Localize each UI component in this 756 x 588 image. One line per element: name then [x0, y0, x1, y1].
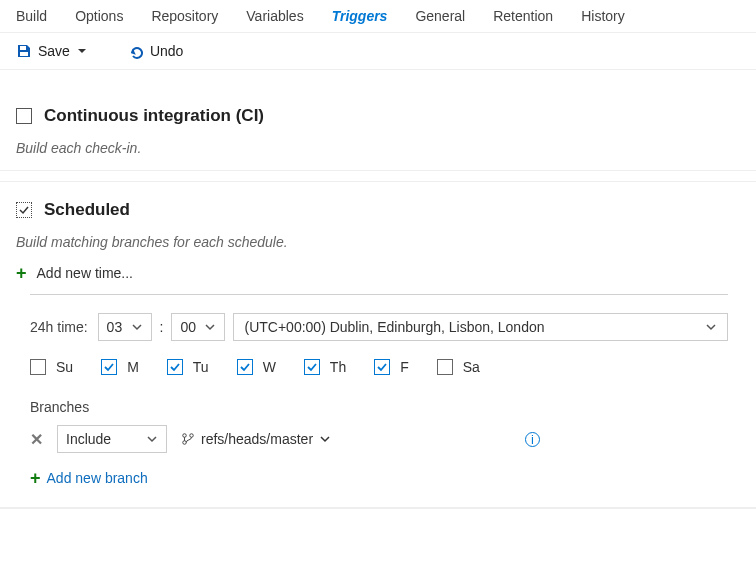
scheduled-checkbox[interactable] — [16, 202, 32, 218]
tab-triggers[interactable]: Triggers — [332, 8, 388, 24]
branch-row: ✕ Include refs/heads/master i — [30, 425, 728, 453]
chevron-down-icon — [204, 321, 216, 333]
branch-ref-select[interactable]: refs/heads/master — [181, 431, 331, 447]
add-time-label: Add new time... — [37, 265, 134, 281]
add-new-time[interactable]: + Add new time... — [16, 264, 740, 288]
scheduled-desc: Build matching branches for each schedul… — [16, 234, 740, 250]
day-label: Sa — [463, 359, 480, 375]
chevron-down-icon — [131, 321, 143, 333]
day-f[interactable]: F — [374, 359, 409, 375]
tab-options[interactable]: Options — [75, 8, 123, 24]
undo-icon — [128, 43, 144, 59]
chevron-down-icon — [319, 433, 331, 445]
day-label: Su — [56, 359, 73, 375]
time-colon: : — [160, 319, 164, 335]
info-icon[interactable]: i — [525, 432, 540, 447]
plus-icon: + — [30, 469, 41, 487]
day-label: Th — [330, 359, 346, 375]
undo-label: Undo — [150, 43, 183, 59]
divider — [0, 508, 756, 509]
chevron-down-icon — [705, 321, 717, 333]
day-su[interactable]: Su — [30, 359, 73, 375]
timezone-select[interactable]: (UTC+00:00) Dublin, Edinburgh, Lisbon, L… — [233, 313, 728, 341]
save-button[interactable]: Save — [16, 43, 88, 59]
branch-mode-select[interactable]: Include — [57, 425, 167, 453]
svg-rect-0 — [20, 46, 26, 50]
tab-variables[interactable]: Variables — [246, 8, 303, 24]
minute-value: 00 — [180, 319, 196, 335]
day-checkbox[interactable] — [101, 359, 117, 375]
scheduled-title: Scheduled — [44, 200, 130, 220]
add-branch-button[interactable]: + Add new branch — [30, 469, 728, 487]
time-block: 24h time: 03 : 00 (UTC+00:00) Dublin, Ed… — [30, 294, 728, 487]
day-label: W — [263, 359, 276, 375]
minute-select[interactable]: 00 — [171, 313, 225, 341]
svg-point-3 — [183, 441, 187, 445]
day-checkbox[interactable] — [30, 359, 46, 375]
day-checkbox[interactable] — [437, 359, 453, 375]
day-label: M — [127, 359, 139, 375]
ci-title: Continuous integration (CI) — [44, 106, 264, 126]
day-label: Tu — [193, 359, 209, 375]
ci-checkbox[interactable] — [16, 108, 32, 124]
day-checkbox[interactable] — [374, 359, 390, 375]
tab-general[interactable]: General — [415, 8, 465, 24]
day-th[interactable]: Th — [304, 359, 346, 375]
chevron-down-icon — [76, 45, 88, 57]
undo-button[interactable]: Undo — [128, 43, 183, 59]
save-icon — [16, 43, 32, 59]
save-label: Save — [38, 43, 70, 59]
branch-mode-value: Include — [66, 431, 111, 447]
add-branch-label: Add new branch — [47, 470, 148, 486]
day-checkbox[interactable] — [237, 359, 253, 375]
tab-retention[interactable]: Retention — [493, 8, 553, 24]
day-m[interactable]: M — [101, 359, 139, 375]
tab-history[interactable]: History — [581, 8, 625, 24]
ci-section: Continuous integration (CI) Build each c… — [0, 88, 756, 171]
plus-icon: + — [16, 264, 27, 282]
ci-desc: Build each check-in. — [16, 140, 740, 156]
tab-repository[interactable]: Repository — [151, 8, 218, 24]
branches-label: Branches — [30, 399, 728, 415]
svg-rect-1 — [20, 52, 28, 56]
toolbar: Save Undo — [0, 33, 756, 70]
day-checkbox[interactable] — [167, 359, 183, 375]
hour-value: 03 — [107, 319, 123, 335]
hour-select[interactable]: 03 — [98, 313, 152, 341]
scheduled-section: Scheduled Build matching branches for ea… — [0, 181, 756, 508]
tab-build[interactable]: Build — [16, 8, 47, 24]
day-label: F — [400, 359, 409, 375]
chevron-down-icon — [146, 433, 158, 445]
branch-icon — [181, 432, 195, 446]
days-row: SuMTuWThFSa — [30, 359, 728, 375]
svg-point-2 — [183, 434, 187, 438]
day-w[interactable]: W — [237, 359, 276, 375]
branch-ref-value: refs/heads/master — [201, 431, 313, 447]
day-checkbox[interactable] — [304, 359, 320, 375]
delete-branch-button[interactable]: ✕ — [30, 430, 43, 449]
svg-point-4 — [190, 434, 194, 438]
timezone-value: (UTC+00:00) Dublin, Edinburgh, Lisbon, L… — [244, 319, 544, 335]
day-tu[interactable]: Tu — [167, 359, 209, 375]
tabs-bar: Build Options Repository Variables Trigg… — [0, 0, 756, 33]
time-label: 24h time: — [30, 319, 88, 335]
day-sa[interactable]: Sa — [437, 359, 480, 375]
